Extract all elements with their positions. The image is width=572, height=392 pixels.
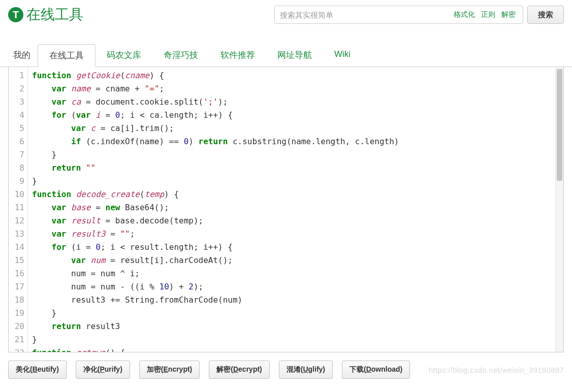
search-tag-format[interactable]: 格式化: [451, 9, 478, 20]
header: T 在线工具 格式化 正则 解密 搜索: [0, 0, 572, 30]
purify-button[interactable]: 净化(Purify): [76, 361, 130, 379]
search-tag-regex[interactable]: 正则: [478, 9, 498, 20]
uglify-button[interactable]: 混淆(Uglify): [279, 361, 333, 379]
toolbar: 美化(Beutify) 净化(Purify) 加密(Encrypt) 解密(De…: [0, 352, 572, 385]
tab-wiki[interactable]: Wiki: [323, 44, 362, 67]
tab-tricks[interactable]: 奇淫巧技: [152, 44, 209, 67]
watermark-text: https://blog.csdn.net/weixin_39190897: [429, 366, 564, 374]
line-gutter: 12345678910111213141516171819202122: [9, 67, 28, 352]
search-button[interactable]: 搜索: [527, 6, 564, 24]
decrypt-button[interactable]: 解密(Decrypt): [209, 361, 269, 379]
logo-icon: T: [8, 7, 23, 22]
nav-tabs: 我的 在线工具 码农文库 奇淫巧技 软件推荐 网址导航 Wiki: [0, 44, 572, 67]
encrypt-button[interactable]: 加密(Encrypt): [139, 361, 200, 379]
download-button[interactable]: 下载(Download): [342, 361, 410, 379]
code-editor[interactable]: 12345678910111213141516171819202122 func…: [8, 67, 564, 352]
search-input[interactable]: [280, 11, 451, 19]
scrollbar-track[interactable]: [555, 67, 563, 352]
tab-mine[interactable]: 我的: [8, 44, 36, 67]
search-box: 格式化 正则 解密: [274, 6, 523, 24]
tab-library[interactable]: 码农文库: [96, 44, 152, 67]
search-wrap: 格式化 正则 解密 搜索: [274, 6, 564, 24]
code-content[interactable]: function getCookie(cname) { var name = c…: [28, 67, 563, 352]
logo-text: 在线工具: [26, 5, 83, 24]
tab-nav[interactable]: 网址导航: [266, 44, 323, 67]
tab-software[interactable]: 软件推荐: [209, 44, 266, 67]
logo[interactable]: T 在线工具: [8, 5, 83, 24]
search-tag-decrypt[interactable]: 解密: [498, 9, 519, 20]
beautify-button[interactable]: 美化(Beutify): [8, 361, 67, 379]
tab-tools[interactable]: 在线工具: [38, 44, 96, 67]
scrollbar-thumb[interactable]: [557, 69, 562, 181]
